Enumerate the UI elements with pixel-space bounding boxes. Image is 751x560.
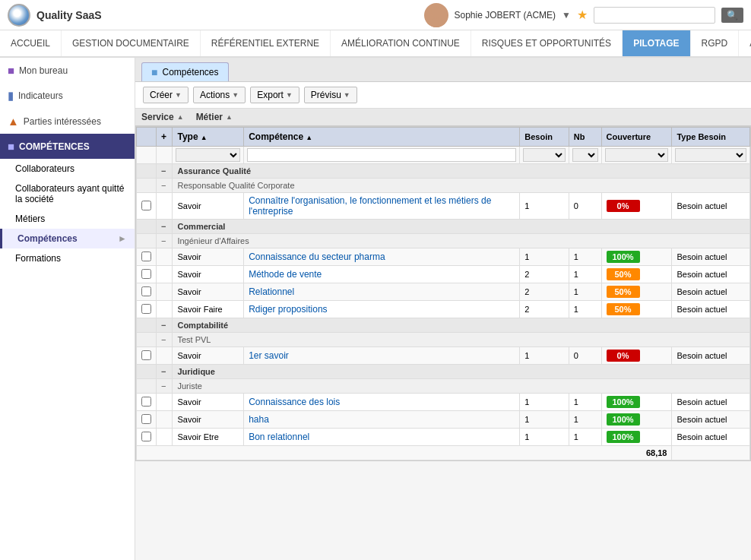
actions-button[interactable]: Actions ▼	[193, 87, 246, 103]
filter-input-row	[137, 147, 750, 164]
group-expand-cell[interactable]: −	[157, 365, 173, 379]
row-checkbox[interactable]	[141, 286, 151, 296]
sidebar-item-mon-bureau[interactable]: ■ Mon bureau	[0, 58, 135, 83]
nav-referentiel[interactable]: RÉFÉRENTIEL EXTERNE	[201, 30, 331, 56]
group-expand-cell[interactable]: −	[157, 220, 173, 234]
subgroup-expand-cell[interactable]: −	[157, 379, 173, 394]
col-header-couverture[interactable]: Couverture	[601, 128, 672, 147]
competence-filter-input[interactable]	[247, 148, 516, 162]
nav-gestion[interactable]: GESTION DOCUMENTAIRE	[62, 30, 201, 56]
group-collapse-icon[interactable]: −	[161, 222, 166, 231]
row-checkbox[interactable]	[141, 201, 151, 210]
sidebar-item-competences-section[interactable]: ■ COMPÉTENCES	[0, 134, 135, 159]
group-collapse-icon[interactable]: −	[161, 367, 166, 376]
favorite-icon[interactable]: ★	[577, 8, 588, 22]
content-area: ■ Compétences Créer ▼ Actions ▼ Export ▼	[135, 58, 751, 560]
expand-all-icon[interactable]: +	[161, 131, 166, 142]
nav-amelioration[interactable]: AMÉLIORATION CONTINUE	[331, 30, 471, 56]
metier-filter-col[interactable]: Métier ▲	[196, 112, 233, 122]
competence-link[interactable]: haha	[249, 414, 269, 425]
sidebar-item-metiers[interactable]: Métiers	[0, 209, 135, 229]
row-checkbox[interactable]	[141, 269, 151, 279]
previsu-button[interactable]: Prévisu ▼	[304, 87, 357, 103]
creer-button[interactable]: Créer ▼	[143, 87, 189, 103]
dropdown-icon[interactable]: ▼	[562, 10, 571, 21]
logo-icon	[8, 4, 30, 27]
nav-accueil[interactable]: ACCUEIL	[0, 30, 62, 56]
tab-competences[interactable]: ■ Compétences	[141, 62, 229, 81]
subgroup-collapse-icon[interactable]: −	[161, 181, 166, 190]
competence-link[interactable]: Relationnel	[249, 286, 294, 297]
group-cb-cell	[137, 365, 157, 379]
actions-label: Actions	[200, 90, 230, 100]
row-cb-cell	[137, 347, 157, 365]
row-couverture-cell: 100%	[601, 248, 672, 266]
competence-link[interactable]: Connaissance du secteur pharma	[249, 252, 385, 262]
type-besoin-filter-select[interactable]	[675, 148, 746, 162]
row-nb-cell: 0	[569, 193, 601, 220]
besoin-filter-select[interactable]	[523, 148, 565, 162]
group-collapse-icon[interactable]: −	[161, 321, 166, 330]
competence-link[interactable]: 1er savoir	[249, 350, 289, 361]
subgroup-expand-cell[interactable]: −	[157, 179, 173, 193]
nb-filter-select[interactable]	[572, 148, 598, 162]
total-label-cell: 68,18	[137, 446, 672, 460]
competence-link[interactable]: Rdiger propositions	[249, 304, 327, 315]
nav-risques[interactable]: RISQUES ET OPPORTUNITÉS	[471, 30, 623, 56]
nav-administration[interactable]: ADMINISTRATION	[739, 30, 751, 56]
sidebar-item-competences[interactable]: Compétences ►	[0, 229, 135, 248]
sidebar-label-metiers: Métiers	[15, 214, 45, 224]
row-competence-cell: Connaissance du secteur pharma	[244, 248, 520, 266]
sidebar-item-parties[interactable]: ▲ Parties intéressées	[0, 109, 135, 134]
group-expand-cell[interactable]: −	[157, 164, 173, 179]
service-filter-col[interactable]: Service ▲	[141, 112, 184, 122]
row-checkbox[interactable]	[141, 432, 151, 441]
sidebar-item-indicateurs[interactable]: ▮ Indicateurs	[0, 83, 135, 109]
row-checkbox[interactable]	[141, 304, 151, 314]
row-checkbox[interactable]	[141, 350, 151, 360]
row-checkbox[interactable]	[141, 397, 151, 407]
row-type-besoin-cell: Besoin actuel	[672, 266, 750, 283]
col-header-type-besoin[interactable]: Type Besoin	[672, 128, 750, 147]
competence-sort-icon: ▲	[306, 134, 312, 141]
nav-pilotage[interactable]: PILOTAGE	[623, 30, 690, 56]
row-expand-cell	[157, 347, 173, 365]
search-button[interactable]: 🔍	[721, 8, 743, 23]
subgroup-collapse-icon[interactable]: −	[161, 335, 166, 344]
sidebar-item-collaborateurs[interactable]: Collaborateurs	[0, 159, 135, 179]
sidebar-item-collaborateurs-quitte[interactable]: Collaborateurs ayant quitté la société	[0, 179, 135, 209]
competence-link[interactable]: Méthode de vente	[249, 269, 322, 280]
sidebar-item-formations[interactable]: Formations	[0, 248, 135, 268]
col-header-nb[interactable]: Nb	[569, 128, 601, 147]
search-input[interactable]	[594, 7, 715, 24]
subgroup-label-cell: Ingénieur d'Affaires	[173, 234, 750, 248]
col-header-besoin[interactable]: Besoin	[520, 128, 569, 147]
filter-nb-cell	[569, 147, 601, 164]
col-header-competence[interactable]: Compétence ▲	[244, 128, 520, 147]
group-expand-cell[interactable]: −	[157, 318, 173, 333]
couverture-filter-select[interactable]	[605, 148, 669, 162]
group-collapse-icon[interactable]: −	[161, 166, 166, 176]
competence-link[interactable]: Bon relationnel	[249, 432, 309, 442]
competence-link[interactable]: Connaître l'organisation, le fonctionnem…	[249, 195, 491, 217]
group-label-cell: Commercial	[173, 220, 750, 234]
svg-point-1	[427, 18, 445, 27]
nav-rgpd[interactable]: RGPD	[691, 30, 740, 56]
subgroup-expand-cell[interactable]: −	[157, 234, 173, 248]
subgroup-cb-cell	[137, 333, 157, 347]
export-button[interactable]: Export ▼	[250, 87, 299, 103]
row-nb-cell: 1	[569, 411, 601, 429]
row-type-besoin-cell: Besoin actuel	[672, 193, 750, 220]
subgroup-collapse-icon[interactable]: −	[161, 236, 166, 245]
col-header-type[interactable]: Type ▲	[173, 128, 244, 147]
type-filter-select[interactable]	[176, 148, 240, 162]
subgroup-collapse-icon[interactable]: −	[161, 381, 166, 391]
subgroup-expand-cell[interactable]: −	[157, 333, 173, 347]
row-couverture-cell: 100%	[601, 394, 672, 411]
row-competence-cell: haha	[244, 411, 520, 429]
group-row: − Commercial	[137, 220, 750, 234]
row-checkbox[interactable]	[141, 414, 151, 424]
row-couverture-cell: 50%	[601, 301, 672, 318]
competence-link[interactable]: Connaissance des lois	[249, 397, 340, 407]
row-checkbox[interactable]	[141, 252, 151, 261]
